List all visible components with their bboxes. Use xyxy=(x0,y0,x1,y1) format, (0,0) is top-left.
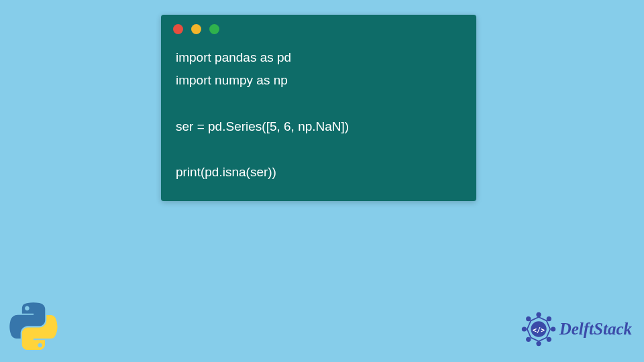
svg-text:</>: </> xyxy=(533,326,545,334)
code-line: ser = pd.Series([5, 6, np.NaN]) xyxy=(176,119,349,133)
code-window: import pandas as pd import numpy as np s… xyxy=(161,15,476,201)
svg-point-6 xyxy=(521,326,526,331)
code-line: print(pd.isna(ser)) xyxy=(176,165,276,179)
code-line: import pandas as pd xyxy=(176,50,291,64)
code-block: import pandas as pd import numpy as np s… xyxy=(161,41,476,189)
delftstack-badge-icon: </> xyxy=(521,311,557,347)
svg-point-7 xyxy=(526,316,531,321)
maximize-icon xyxy=(209,24,219,34)
minimize-icon xyxy=(191,24,201,34)
svg-point-5 xyxy=(526,337,531,342)
python-logo-icon xyxy=(9,302,58,350)
code-line: import numpy as np xyxy=(176,73,288,87)
svg-point-2 xyxy=(551,326,555,331)
svg-point-4 xyxy=(536,341,541,346)
svg-point-3 xyxy=(546,337,551,342)
window-controls xyxy=(161,15,476,41)
svg-point-1 xyxy=(546,316,551,321)
close-icon xyxy=(173,24,183,34)
delftstack-brand-text: DelftStack xyxy=(559,320,632,339)
svg-point-0 xyxy=(536,312,541,317)
delftstack-logo: </> DelftStack xyxy=(521,311,632,347)
